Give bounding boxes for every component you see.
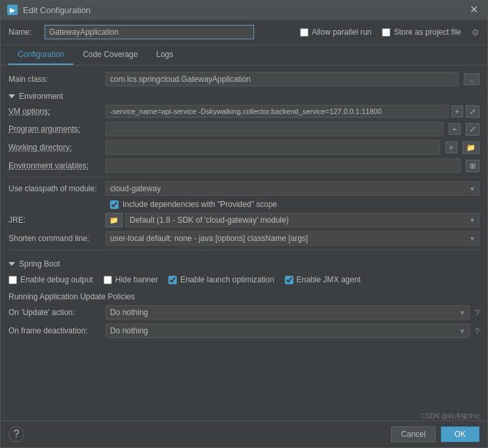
environment-collapse-icon xyxy=(9,94,15,98)
env-vars-browse-button[interactable]: ⊞ xyxy=(466,160,479,172)
tab-logs[interactable]: Logs xyxy=(147,45,182,65)
title-bar-left: ▶ Edit Configuration xyxy=(7,5,90,15)
spring-boot-collapse-icon xyxy=(9,262,15,266)
ok-button[interactable]: OK xyxy=(441,426,479,442)
tab-code-coverage[interactable]: Code Coverage xyxy=(73,45,147,65)
working-dir-label: Working directory: xyxy=(9,143,100,152)
program-args-expand-button[interactable]: ⤢ xyxy=(466,123,479,136)
on-frame-row: On frame deactivation: Do nothing ▼ ? xyxy=(9,324,479,338)
env-vars-input[interactable] xyxy=(105,159,460,173)
on-frame-select[interactable]: Do nothing xyxy=(105,324,470,338)
on-update-select[interactable]: Do nothing xyxy=(105,305,470,320)
spring-boot-label: Spring Boot xyxy=(19,259,60,269)
running-policy-section: Running Application Update Policies On '… xyxy=(9,292,479,338)
environment-label: Environment xyxy=(19,92,63,101)
hide-banner-checkbox[interactable] xyxy=(103,276,112,284)
on-update-label: On 'Update' action: xyxy=(9,308,100,317)
env-vars-label: Environment variables: xyxy=(9,161,100,170)
working-dir-add-button[interactable]: + xyxy=(445,141,457,153)
enable-launch-text: Enable launch optimization xyxy=(180,275,274,284)
vm-options-fullscreen-button[interactable]: ⤢ xyxy=(466,105,479,118)
enable-debug-checkbox[interactable] xyxy=(9,276,17,284)
include-deps-label: Include dependencies with "Provided" sco… xyxy=(122,200,277,209)
main-class-input[interactable] xyxy=(105,72,459,86)
include-deps-checkbox[interactable] xyxy=(110,200,119,209)
vm-options-expand-button[interactable]: + xyxy=(451,105,463,117)
classpath-row: Use classpath of module: cloud-gateway ▼ xyxy=(9,181,479,196)
shorten-cmd-row: Shorten command line: user-local default… xyxy=(9,231,479,246)
spring-boot-checks: Enable debug output Hide banner Enable l… xyxy=(9,272,479,287)
jre-label: JRE: xyxy=(9,215,100,225)
shorten-cmd-label: Shorten command line: xyxy=(9,234,100,243)
store-as-project-label[interactable]: Store as project file xyxy=(382,28,461,37)
enable-launch-checkbox[interactable] xyxy=(168,276,177,284)
name-input[interactable] xyxy=(45,25,254,39)
jre-select[interactable]: Default (1.8 - SDK of 'cloud-gateway' mo… xyxy=(125,213,479,227)
program-args-row: Program arguments: + ⤢ xyxy=(9,122,479,136)
on-update-row: On 'Update' action: Do nothing ▼ ? xyxy=(9,305,479,320)
tab-configuration[interactable]: Configuration xyxy=(9,45,73,65)
env-vars-row: Environment variables: ⊞ xyxy=(9,159,479,173)
jre-browse-button[interactable]: 📁 xyxy=(105,213,122,227)
environment-section-header[interactable]: Environment xyxy=(9,92,479,101)
content-area: Main class: ... Environment VM options: … xyxy=(1,65,487,420)
on-frame-select-wrapper: Do nothing ▼ xyxy=(105,324,470,338)
tabs-bar: Configuration Code Coverage Logs xyxy=(1,45,487,65)
hide-banner-label[interactable]: Hide banner xyxy=(103,275,158,284)
dialog-title: Edit Configuration xyxy=(23,5,90,15)
program-args-input[interactable] xyxy=(105,122,443,136)
shorten-cmd-select-wrapper: user-local default: none - java [options… xyxy=(105,231,479,246)
store-as-project-text: Store as project file xyxy=(394,28,461,37)
program-args-label: Program arguments: xyxy=(9,124,100,134)
classpath-select[interactable]: cloud-gateway xyxy=(105,181,479,196)
allow-parallel-label[interactable]: Allow parallel run xyxy=(300,28,371,37)
classpath-select-wrapper: cloud-gateway ▼ xyxy=(105,181,479,196)
enable-jmx-label[interactable]: Enable JMX agent xyxy=(285,275,361,284)
edit-configuration-dialog: ▶ Edit Configuration ✕ Name: Allow paral… xyxy=(0,0,488,448)
allow-parallel-text: Allow parallel run xyxy=(312,28,371,37)
shorten-cmd-select[interactable]: user-local default: none - java [options… xyxy=(105,231,479,246)
program-args-add-button[interactable]: + xyxy=(449,123,460,135)
working-dir-row: Working directory: + 📁 xyxy=(9,140,479,155)
action-buttons: Cancel OK xyxy=(391,426,479,442)
vm-options-row: VM options: -service_name=api-service -D… xyxy=(9,105,479,118)
main-class-label: Main class: xyxy=(9,75,100,84)
enable-debug-label[interactable]: Enable debug output xyxy=(9,275,93,284)
jre-row: JRE: 📁 Default (1.8 - SDK of 'cloud-gate… xyxy=(9,213,479,227)
jre-select-wrapper: Default (1.8 - SDK of 'cloud-gateway' mo… xyxy=(125,213,479,227)
enable-launch-label[interactable]: Enable launch optimization xyxy=(168,275,274,284)
classpath-label: Use classpath of module: xyxy=(9,184,100,193)
main-class-row: Main class: ... xyxy=(9,72,479,86)
hide-banner-text: Hide banner xyxy=(115,275,158,284)
name-row: Name: Allow parallel run Store as projec… xyxy=(1,20,487,45)
vm-options-input[interactable]: -service_name=api-service -Dskywalking.c… xyxy=(105,105,449,118)
include-deps-row: Include dependencies with "Provided" sco… xyxy=(9,200,479,209)
enable-jmx-text: Enable JMX agent xyxy=(297,275,361,284)
working-dir-input[interactable] xyxy=(105,140,440,155)
on-update-select-wrapper: Do nothing ▼ xyxy=(105,305,470,320)
enable-jmx-checkbox[interactable] xyxy=(285,276,293,284)
gear-icon[interactable]: ⚙ xyxy=(472,28,479,37)
on-frame-label: On frame deactivation: xyxy=(9,326,100,335)
running-policy-title: Running Application Update Policies xyxy=(9,292,479,301)
on-update-help-icon[interactable]: ? xyxy=(475,308,479,318)
close-button[interactable]: ✕ xyxy=(467,5,481,15)
vm-options-label: VM options: xyxy=(9,107,100,116)
on-frame-help-icon[interactable]: ? xyxy=(475,326,479,336)
enable-debug-text: Enable debug output xyxy=(20,275,93,284)
title-bar: ▶ Edit Configuration ✕ xyxy=(1,1,487,20)
name-options: Allow parallel run Store as project file… xyxy=(300,28,479,37)
allow-parallel-checkbox[interactable] xyxy=(300,28,309,37)
main-class-browse-button[interactable]: ... xyxy=(464,73,479,85)
divider-1 xyxy=(9,177,479,177)
app-icon: ▶ xyxy=(7,5,18,15)
cancel-button[interactable]: Cancel xyxy=(391,426,435,442)
spring-boot-section-header[interactable]: Spring Boot xyxy=(9,259,479,269)
working-dir-browse-button[interactable]: 📁 xyxy=(462,141,479,154)
bottom-bar: ? Cancel OK xyxy=(1,420,487,447)
store-as-project-checkbox[interactable] xyxy=(382,28,390,37)
name-label: Name: xyxy=(9,28,38,37)
help-button[interactable]: ? xyxy=(9,426,24,442)
spring-boot-section: Spring Boot Enable debug output Hide ban… xyxy=(9,250,479,338)
